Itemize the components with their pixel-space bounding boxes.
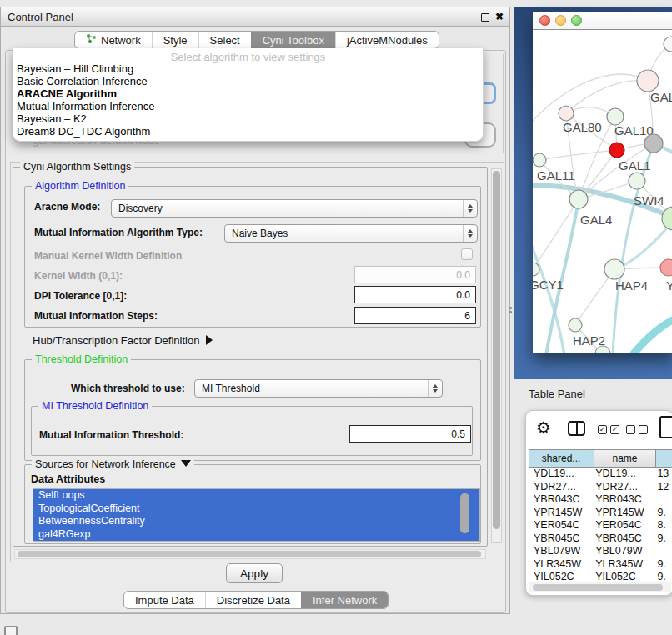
network-node-gal[interactable] <box>637 70 659 92</box>
document-icon[interactable] <box>659 416 672 438</box>
network-edge[interactable] <box>631 312 672 353</box>
network-node[interactable] <box>662 207 672 230</box>
manual-kernel-checkbox[interactable] <box>461 248 473 260</box>
tab-discretize-data[interactable]: Discretize Data <box>205 592 301 608</box>
which-threshold-label: Which threshold to use: <box>71 382 185 394</box>
tab-impute-data[interactable]: Impute Data <box>124 592 205 608</box>
tab-select[interactable]: Select <box>198 32 251 48</box>
table-cell <box>652 545 672 558</box>
network-node-y[interactable] <box>660 259 672 276</box>
float-icon[interactable] <box>481 13 489 22</box>
attribute-item-betweennesscentrality[interactable]: BetweennessCentrality <box>33 515 479 528</box>
algorithm-option-bayesian-k2[interactable]: Bayesian – K2 <box>13 112 483 125</box>
control-panel-window: Control Panel ✖ NetworkStyleSelectCyni T… <box>0 7 510 614</box>
algorithm-option-dream8-dc-tdc-algorithm[interactable]: Dream8 DC_TDC Algorithm <box>13 125 483 138</box>
attribute-item-topologicalcoefficient[interactable]: TopologicalCoefficient <box>33 502 479 516</box>
mi-threshold-value: 0.5 <box>451 428 465 440</box>
table-cell: YDR27... <box>529 481 590 494</box>
table-cell: YBR045C <box>590 532 652 546</box>
node-label-hap4: HAP4 <box>615 278 648 292</box>
tab-cyni-toolbox[interactable]: Cyni Toolbox <box>251 32 335 48</box>
network-node-gal10[interactable] <box>607 108 624 125</box>
network-node-gal1[interactable] <box>609 142 624 158</box>
list-scrollbar-thumb[interactable] <box>460 493 469 533</box>
zoom-light-icon[interactable] <box>571 15 582 26</box>
hub-definition-toggle[interactable]: Hub/Transcription Factor Definition <box>33 334 213 347</box>
column-header-name[interactable]: name <box>594 450 656 467</box>
network-view-window: GALGAL80GAL10GAL1SWI4GAL11GAL4GCY1HAP4YH… <box>533 12 672 353</box>
attribute-item-gal4rgexp[interactable]: gal4RGexp <box>33 528 479 542</box>
table-cell: YBR045C <box>529 532 590 546</box>
network-edge[interactable] <box>539 150 617 160</box>
minimize-light-icon[interactable] <box>555 15 566 26</box>
which-threshold-combo[interactable]: MI Threshold <box>194 379 443 398</box>
table-row[interactable]: YDR27...YDR27...12 <box>529 481 672 494</box>
network-node-swi4[interactable] <box>629 172 645 189</box>
table-row[interactable]: YIL052CYIL052C9. <box>529 571 672 582</box>
stepper-arrows-icon <box>463 200 477 217</box>
table-cell: YLR345W <box>529 558 590 572</box>
manual-kernel-label: Manual Kernel Width Definition <box>34 250 182 262</box>
tab-network[interactable]: Network <box>75 32 152 48</box>
network-edge[interactable] <box>533 203 576 269</box>
settings-horizontal-scrollbar[interactable] <box>14 549 486 559</box>
table-row[interactable]: YDL19...YDL19...13 <box>529 468 672 481</box>
network-canvas[interactable]: GALGAL80GAL10GAL1SWI4GAL11GAL4GCY1HAP4YH… <box>533 30 672 353</box>
mi-threshold-field[interactable]: 0.5 <box>349 425 471 442</box>
tab-jactivemnodules[interactable]: jActiveMNodules <box>335 32 439 48</box>
table-cell: 9. <box>652 558 672 572</box>
network-icon <box>86 33 97 47</box>
algorithm-option-aracne-algorithm[interactable]: ARACNE Algorithm <box>13 88 483 100</box>
data-attributes-list[interactable]: SelfLoopsTopologicalCoefficientBetweenne… <box>33 488 480 542</box>
table-row[interactable]: YBR043CYBR043C <box>529 493 672 507</box>
node-label-y: Y <box>666 278 672 292</box>
apply-button[interactable]: Apply <box>226 563 283 583</box>
settings-gear-icon[interactable]: ⚙ <box>536 418 551 438</box>
network-window-titlebar <box>533 12 672 30</box>
table-cell <box>652 493 672 507</box>
table-cell: 9. <box>652 507 672 520</box>
network-node-gal11[interactable] <box>533 153 546 167</box>
table-cell: 13 <box>652 468 672 481</box>
table-row[interactable]: YER054CYER054C8. <box>529 519 672 532</box>
split-columns-icon[interactable] <box>568 421 585 436</box>
table-row[interactable]: YBR045CYBR045C9. <box>529 532 672 546</box>
network-node[interactable] <box>644 134 663 152</box>
algorithm-option-bayesian-hill-climbing[interactable]: Bayesian – Hill Climbing <box>13 62 483 75</box>
mi-threshold-title: MI Threshold Definition <box>38 400 152 412</box>
aracne-mode-combo[interactable]: Discovery <box>111 199 478 218</box>
sources-group-title: Sources for Network Inference <box>32 458 194 470</box>
column-header-shared[interactable]: shared... <box>529 450 594 467</box>
table-row[interactable]: YLR345WYLR345W9. <box>529 558 672 572</box>
close-icon[interactable]: ✖ <box>495 11 504 22</box>
checked-pair-icon[interactable]: ✓✓ <box>598 425 619 434</box>
unchecked-pair-icon[interactable] <box>626 425 648 434</box>
network-node-hap4[interactable] <box>604 259 624 279</box>
table-cell: YDL19... <box>590 468 652 481</box>
panel-splitter-grip[interactable] <box>509 306 513 314</box>
dpi-tolerance-field[interactable]: 0.0 <box>354 286 476 303</box>
mi-steps-field[interactable]: 6 <box>354 307 476 324</box>
node-label-hap2: HAP2 <box>573 333 605 348</box>
tab-style[interactable]: Style <box>152 32 198 48</box>
column-header-a[interactable]: A <box>656 450 672 467</box>
attribute-item-selfloops[interactable]: SelfLoops <box>33 489 479 502</box>
mi-threshold-label: Mutual Information Threshold: <box>39 429 183 441</box>
network-node-hap2[interactable] <box>569 318 582 332</box>
tab-infer-network[interactable]: Infer Network <box>301 592 388 608</box>
minimized-panel-icon[interactable] <box>4 626 18 635</box>
algorithm-option-mutual-information-inference[interactable]: Mutual Information Inference <box>13 100 483 112</box>
network-node-gal80[interactable] <box>559 106 574 121</box>
table-row[interactable]: YPR145WYPR145W9. <box>529 507 672 520</box>
kernel-width-field[interactable]: 0.0 <box>354 266 476 283</box>
mi-type-combo[interactable]: Naive Bayes <box>224 224 478 242</box>
screenshot-stage: Control Panel ✖ NetworkStyleSelectCyni T… <box>0 0 672 635</box>
close-light-icon[interactable] <box>539 15 550 26</box>
control-panel-titlebar: Control Panel ✖ <box>1 8 509 27</box>
table-cell: 12 <box>652 481 672 494</box>
table-horizontal-scrollbar[interactable] <box>529 582 671 592</box>
settings-vertical-scrollbar[interactable] <box>491 168 502 543</box>
network-node-gal4[interactable] <box>569 190 588 208</box>
algorithm-option-basic-correlation-inference[interactable]: Basic Correlation Inference <box>13 75 483 88</box>
table-row[interactable]: YBL079WYBL079W <box>529 545 672 558</box>
